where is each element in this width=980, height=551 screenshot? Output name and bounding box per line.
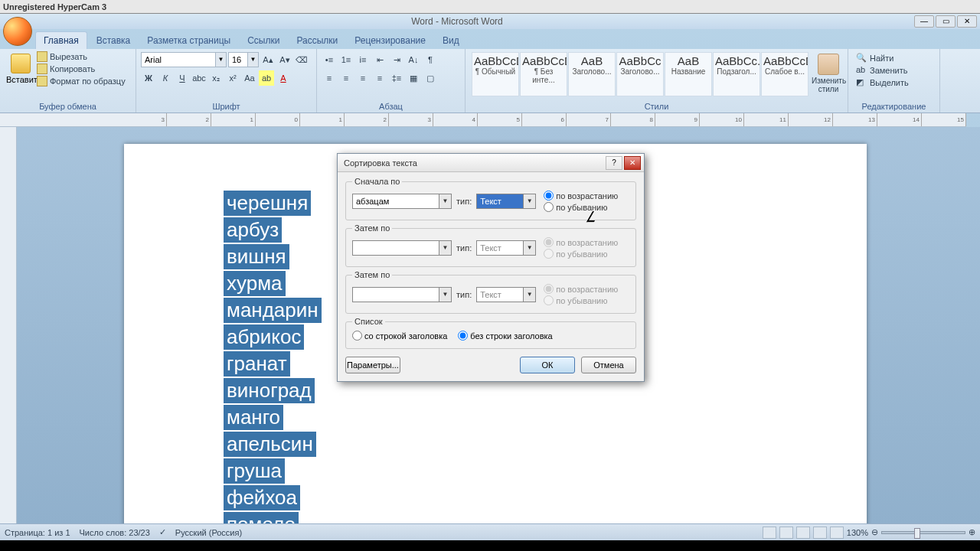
style-item-2[interactable]: AaBЗаголово...: [568, 52, 616, 96]
zoom-label[interactable]: 130%: [847, 528, 868, 537]
show-marks-button[interactable]: ¶: [423, 52, 438, 67]
sort-by-combo-3[interactable]: ▼: [352, 287, 452, 302]
asc-radio-input-1[interactable]: [544, 191, 554, 201]
shrink-font-button[interactable]: A▾: [277, 52, 292, 67]
view-web-button[interactable]: [796, 527, 810, 539]
doc-word[interactable]: фейхоа: [224, 485, 300, 510]
view-print-button[interactable]: [763, 527, 776, 539]
zoom-out-button[interactable]: ⊖: [871, 527, 878, 537]
dialog-close-button[interactable]: ✕: [624, 156, 641, 170]
dialog-titlebar[interactable]: Сортировка текста ? ✕: [338, 154, 644, 172]
doc-word[interactable]: виноград: [224, 378, 315, 403]
doc-word[interactable]: груша: [224, 458, 285, 484]
bullets-button[interactable]: •≡: [322, 52, 337, 67]
change-styles-button[interactable]: Изменить стили: [810, 51, 847, 98]
superscript-button[interactable]: x²: [225, 70, 240, 86]
align-left-button[interactable]: ≡: [322, 70, 337, 86]
align-right-button[interactable]: ≡: [355, 70, 371, 86]
vertical-ruler[interactable]: [0, 127, 17, 528]
cut-button[interactable]: Вырезать: [37, 51, 126, 63]
view-draft-button[interactable]: [830, 527, 844, 539]
tab-insert[interactable]: Вставка: [89, 32, 139, 49]
multilevel-button[interactable]: i≡: [355, 52, 371, 67]
select-button[interactable]: ◩Выделить: [856, 77, 932, 89]
asc-radio-1[interactable]: по возрастанию: [544, 191, 618, 201]
style-item-1[interactable]: AaBbCcDd¶ Без инте...: [520, 52, 567, 96]
with-header-radio[interactable]: со строкой заголовка: [352, 331, 447, 341]
font-size-combo[interactable]: 16▼: [228, 52, 259, 67]
sort-by-combo-2[interactable]: ▼: [352, 240, 452, 256]
doc-word[interactable]: вишня: [224, 244, 289, 269]
doc-word[interactable]: черешня: [224, 191, 311, 216]
grow-font-button[interactable]: A▴: [260, 52, 276, 67]
no-header-input[interactable]: [458, 331, 468, 341]
desc-radio-1[interactable]: по убыванию: [544, 202, 618, 212]
status-language[interactable]: Русский (Россия): [175, 528, 242, 537]
indent-inc-button[interactable]: ⇥: [389, 52, 404, 67]
sort-by-combo-1[interactable]: абзацам▼: [352, 194, 452, 209]
params-button[interactable]: Параметры...: [345, 357, 400, 373]
italic-button[interactable]: К: [158, 70, 173, 86]
help-button[interactable]: ?: [606, 156, 622, 170]
highlight-button[interactable]: ab: [259, 70, 274, 86]
copy-button[interactable]: Копировать: [37, 63, 126, 75]
maximize-button[interactable]: ▭: [936, 15, 956, 28]
tab-view[interactable]: Вид: [435, 32, 467, 49]
sort-type-combo-3[interactable]: Текст▼: [476, 287, 536, 302]
format-painter-button[interactable]: Формат по образцу: [37, 75, 126, 87]
style-item-0[interactable]: AaBbCcDd¶ Обычный: [472, 52, 519, 96]
shading-button[interactable]: ▦: [406, 70, 421, 86]
find-button[interactable]: 🔍Найти: [856, 52, 932, 64]
sort-type-combo-2[interactable]: Текст▼: [476, 240, 536, 256]
doc-word[interactable]: абрикос: [224, 324, 304, 350]
sort-type-combo-1[interactable]: Текст▼: [476, 194, 536, 209]
styles-gallery[interactable]: AaBbCcDd¶ ОбычныйAaBbCcDd¶ Без инте...Aa…: [470, 51, 810, 98]
zoom-in-button[interactable]: ⊕: [969, 527, 975, 537]
horizontal-ruler[interactable]: 321012345678910111213141516171819: [0, 113, 966, 127]
zoom-thumb[interactable]: [914, 528, 920, 539]
tab-mailings[interactable]: Рассылки: [289, 32, 345, 49]
ok-button[interactable]: ОК: [520, 357, 575, 373]
no-header-radio[interactable]: без строки заголовка: [458, 331, 552, 341]
doc-word[interactable]: мандарин: [224, 298, 322, 323]
view-outline-button[interactable]: [813, 527, 827, 539]
with-header-input[interactable]: [352, 331, 362, 341]
paste-button[interactable]: Вставить: [5, 51, 37, 87]
close-button[interactable]: ✕: [957, 15, 977, 28]
tab-references[interactable]: Ссылки: [240, 32, 287, 49]
doc-word[interactable]: апельсин: [224, 432, 316, 457]
doc-word[interactable]: гранат: [224, 351, 290, 377]
style-item-3[interactable]: AaBbCcЗаголово...: [616, 52, 664, 96]
numbering-button[interactable]: 1≡: [338, 52, 354, 67]
view-read-button[interactable]: [779, 527, 793, 539]
minimize-button[interactable]: —: [914, 15, 934, 28]
font-name-combo[interactable]: Arial▼: [141, 52, 227, 67]
subscript-button[interactable]: x₂: [208, 70, 224, 86]
doc-word[interactable]: манго: [224, 405, 283, 430]
tab-review[interactable]: Рецензирование: [347, 32, 433, 49]
cancel-button[interactable]: Отмена: [581, 357, 636, 373]
style-item-5[interactable]: AaBbCc.Подзагол...: [713, 52, 760, 96]
justify-button[interactable]: ≡: [372, 70, 387, 86]
replace-button[interactable]: abЗаменить: [856, 64, 932, 77]
bold-button[interactable]: Ж: [141, 70, 156, 86]
zoom-slider[interactable]: [881, 531, 965, 534]
sort-button[interactable]: A↓: [406, 52, 421, 67]
style-item-4[interactable]: AaBНазвание: [665, 52, 712, 96]
borders-button[interactable]: ▢: [423, 70, 438, 86]
style-item-6[interactable]: AaBbCcDdСлабое в...: [761, 52, 808, 96]
line-spacing-button[interactable]: ‡≡: [389, 70, 404, 86]
tab-home[interactable]: Главная: [35, 31, 87, 49]
case-button[interactable]: Aa: [242, 70, 257, 86]
desc-radio-input-1[interactable]: [544, 202, 554, 212]
align-center-button[interactable]: ≡: [338, 70, 354, 86]
tab-layout[interactable]: Разметка страницы: [139, 32, 238, 49]
clear-format-button[interactable]: ⌫: [294, 52, 309, 67]
status-spellcheck-icon[interactable]: ✓: [159, 527, 166, 537]
doc-word[interactable]: хурма: [224, 271, 286, 296]
indent-dec-button[interactable]: ⇤: [372, 52, 387, 67]
font-color-button[interactable]: A: [276, 70, 291, 86]
office-button[interactable]: [3, 17, 32, 46]
doc-word[interactable]: арбуз: [224, 217, 282, 243]
underline-button[interactable]: Ч: [175, 70, 190, 86]
